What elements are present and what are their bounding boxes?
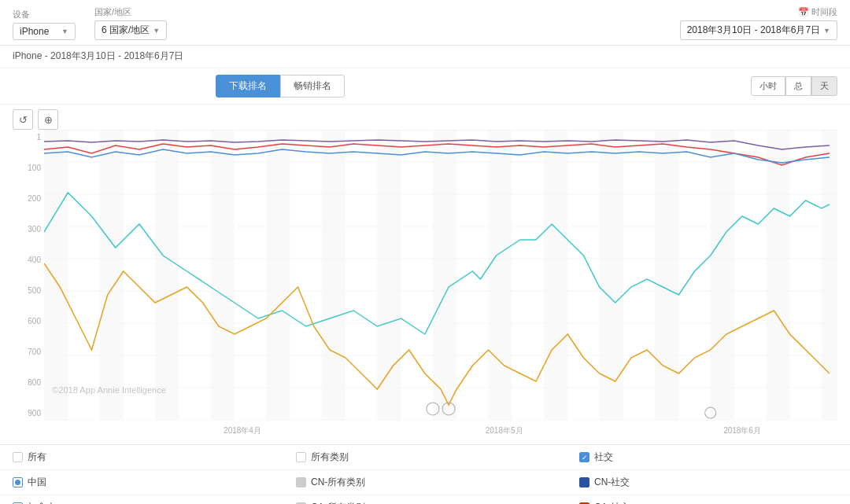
cn-social-box[interactable] [579,477,589,487]
legend-label-ca-all: CA-所有类别 [311,501,365,504]
x-label-april: 2018年4月 [224,425,261,436]
time-unit-total[interactable]: 总 [785,76,811,96]
y-label-400: 400 [13,256,44,264]
y-label-1: 1 [13,133,44,142]
legend-cell-canada: 加拿大 [0,495,283,504]
device-filter: 设备 iPhone ▼ [13,9,76,40]
zoom-button[interactable]: ⊕ [38,109,58,130]
reset-button[interactable]: ↺ [13,109,33,130]
device-label: 设备 [13,9,76,20]
legend-section: 所有 所有类别 ✓ 社交 中国 CN-所有类别 CN-社交 加拿大 [0,444,850,504]
y-label-100: 100 [13,164,44,172]
legend-label-ca-social: CA-社交 [594,501,630,504]
svg-rect-13 [155,130,179,421]
svg-rect-15 [266,130,290,421]
device-arrow-icon: ▼ [61,28,68,35]
y-label-800: 800 [13,378,44,387]
chart-svg-container: ©2018 App Annie Intelligence [44,130,837,421]
time-unit-day[interactable]: 天 [811,76,837,96]
time-select[interactable]: 2018年3月10日 - 2018年6月7日 ▼ [680,20,837,40]
svg-rect-25 [822,130,837,421]
time-unit-hour[interactable]: 小时 [751,76,785,96]
legend-row-ca: 加拿大 CA-所有类别 CA-社交 [0,495,850,504]
legend-row-0: 所有 所有类别 ✓ 社交 [0,445,850,470]
svg-rect-23 [711,130,734,421]
device-value: iPhone [20,26,49,37]
x-label-may: 2018年5月 [486,425,523,436]
legend-label-social: 社交 [594,451,613,464]
svg-rect-12 [100,130,124,421]
region-arrow-icon: ▼ [153,27,160,35]
legend-cell-cn-social: CN-社交 [567,470,850,495]
time-filter: 📅 时间段 2018年3月10日 - 2018年6月7日 ▼ [680,6,837,40]
check-all[interactable] [13,452,23,462]
svg-rect-14 [211,130,235,421]
legend-label-all-cat: 所有类别 [311,451,349,464]
svg-rect-22 [655,130,678,421]
chart-svg: ©2018 App Annie Intelligence [44,130,837,421]
time-arrow-icon: ▼ [823,27,830,35]
y-label-300: 300 [13,225,44,234]
x-label-june: 2018年6月 [723,425,761,436]
legend-cell-ca-social: CA-社交 [567,495,850,504]
y-axis: 1 100 200 300 400 500 600 700 800 900 [13,130,44,421]
y-label-900: 900 [13,409,44,418]
tab-revenue[interactable]: 畅销排名 [280,75,345,97]
tab-group: 下载排名 畅销排名 [216,75,345,97]
region-filter: 国家/地区 6 国家/地区 ▼ [94,6,167,40]
check-all-cat[interactable] [296,452,306,462]
y-label-200: 200 [13,194,44,203]
legend-cell-ca-all: CA-所有类别 [283,495,567,504]
svg-rect-19 [488,130,512,421]
legend-label-cn-social: CN-社交 [594,476,630,489]
x-axis: 2018年4月 2018年5月 2018年6月 [44,422,837,444]
check-social[interactable]: ✓ [579,452,589,462]
time-label: 📅 时间段 [798,6,837,18]
device-select[interactable]: iPhone ▼ [13,23,76,40]
breadcrumb: iPhone - 2018年3月10日 - 2018年6月7日 [0,46,850,68]
toolbar: 下载排名 畅销排名 小时 总 天 [0,68,850,105]
legend-label-cn-all: CN-所有类别 [311,476,365,489]
chart-area: 1 100 200 300 400 500 600 700 800 900 [13,130,837,444]
svg-rect-18 [433,130,456,421]
time-value: 2018年3月10日 - 2018年6月7日 [687,24,820,37]
y-label-500: 500 [13,286,44,295]
legend-label-all: 所有 [28,451,46,464]
svg-rect-20 [544,130,567,421]
region-value: 6 国家/地区 [102,24,150,37]
cn-all-box[interactable] [296,477,306,487]
legend-cell-all: 所有 [0,445,283,469]
chart-controls: ↺ ⊕ [0,105,850,130]
legend-label-china: 中国 [28,476,46,489]
region-label: 国家/地区 [94,6,167,18]
svg-rect-17 [377,130,401,421]
svg-rect-11 [44,130,68,421]
legend-cell-cn-all: CN-所有类别 [283,470,567,495]
legend-row-cn: 中国 CN-所有类别 CN-社交 [0,470,850,495]
chart-watermark-text: ©2018 App Annie Intelligence [52,385,166,395]
y-label-700: 700 [13,348,44,356]
check-china[interactable] [13,477,23,487]
legend-label-canada: 加拿大 [28,501,56,504]
svg-rect-16 [322,130,346,421]
y-label-600: 600 [13,317,44,326]
tab-downloads[interactable]: 下载排名 [216,75,280,97]
time-unit-group: 小时 总 天 [751,76,837,96]
region-select[interactable]: 6 国家/地区 ▼ [94,20,167,40]
header-bar: 设备 iPhone ▼ 国家/地区 6 国家/地区 ▼ 📅 时间段 2018年3… [0,0,850,46]
svg-rect-21 [600,130,623,421]
legend-cell-all-cat: 所有类别 [283,445,567,469]
legend-cell-china: 中国 [0,470,283,495]
legend-cell-social: ✓ 社交 [567,445,850,469]
calendar-icon: 📅 [798,7,809,17]
svg-rect-24 [766,130,789,421]
